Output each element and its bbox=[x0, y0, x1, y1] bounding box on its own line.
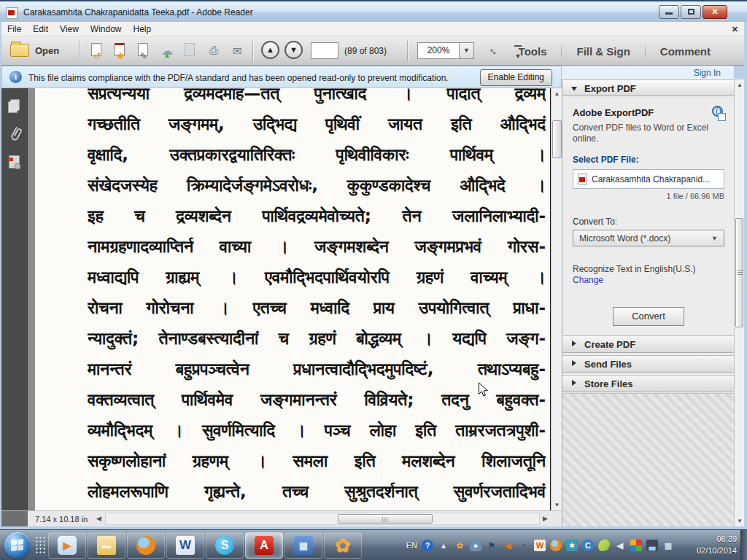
scroll-up-icon[interactable]: ▲ bbox=[551, 88, 562, 99]
export-pdf-header[interactable]: Export PDF bbox=[562, 79, 734, 96]
tray-gauge-icon[interactable]: ◔ bbox=[518, 540, 530, 551]
taskbar-explorer-button[interactable]: ▬ bbox=[88, 532, 125, 559]
start-button[interactable] bbox=[4, 532, 31, 559]
tray-hidden-icons-arrow[interactable]: ▴ bbox=[438, 540, 449, 551]
change-link[interactable]: Change bbox=[573, 275, 724, 285]
print-icon[interactable]: ⎙ bbox=[203, 40, 225, 61]
taskbar-flower-app-button[interactable]: ✿ bbox=[324, 532, 362, 559]
panel-section-header[interactable]: Create PDF bbox=[562, 335, 735, 353]
export-doc-icon[interactable]: ↺ bbox=[86, 40, 108, 61]
page-thumbnails-icon[interactable] bbox=[7, 98, 22, 114]
restore-button[interactable] bbox=[681, 5, 701, 19]
zoom-level-input[interactable]: 200% bbox=[417, 42, 460, 59]
panel-section-header[interactable]: Store Files bbox=[562, 375, 735, 392]
menu-item[interactable]: File bbox=[1, 22, 27, 36]
tray-pinwheel-icon[interactable] bbox=[630, 540, 642, 551]
taskbar-control-app-button[interactable]: ▦ bbox=[285, 532, 322, 559]
zoom-dropdown-caret[interactable]: ▼ bbox=[460, 42, 474, 59]
file-meta: 1 file / 66.96 MB bbox=[573, 192, 724, 201]
taskbar-media-player-button[interactable]: ▶ bbox=[48, 532, 86, 559]
title-bar: Carakasamhita Chakrapanidatta Teeka.pdf … bbox=[0, 0, 747, 22]
taskbar-word-button[interactable]: W bbox=[166, 532, 204, 559]
tray-volume-orange-icon[interactable]: ◀ bbox=[502, 540, 514, 551]
taskbar-adobe-reader-icon: A bbox=[255, 536, 274, 555]
menu-item[interactable]: View bbox=[54, 22, 85, 36]
panel-scroll-thumb[interactable] bbox=[735, 218, 743, 327]
page-number-input[interactable] bbox=[311, 42, 338, 59]
sign-in-link[interactable]: Sign In bbox=[694, 68, 721, 78]
convert-button[interactable]: Convert bbox=[613, 307, 684, 326]
tray-flower-icon[interactable]: ✿ bbox=[454, 540, 465, 551]
taskbar-media-player-icon: ▶ bbox=[58, 536, 77, 555]
selected-file-chip[interactable]: Carakasamhita Chakrapanid... bbox=[573, 169, 724, 189]
show-desktop-button[interactable] bbox=[740, 530, 747, 560]
document-text-line: वृक्षादि, उक्तप्रकारद्वयातिरिक्तः पृथिवी… bbox=[88, 139, 546, 170]
cloud-upload-icon[interactable]: ☁▲ bbox=[156, 40, 178, 61]
select-pdf-file-link[interactable]: Select PDF File: bbox=[573, 155, 724, 165]
page-size-indicator: 7.14 x 10.18 in bbox=[35, 515, 88, 524]
save-icon[interactable] bbox=[179, 40, 201, 61]
previous-page-icon[interactable]: ▲ bbox=[261, 41, 279, 59]
scroll-down-icon[interactable]: ▼ bbox=[551, 499, 562, 510]
tray-speaker-icon[interactable]: ◀ bbox=[614, 540, 626, 551]
language-indicator[interactable]: EN bbox=[406, 541, 417, 550]
minimize-button[interactable] bbox=[659, 5, 679, 19]
taskbar-firefox-button[interactable] bbox=[127, 532, 165, 559]
attachments-paperclip-icon[interactable] bbox=[7, 125, 22, 144]
export-pdf-body: Adobe ExportPDF Convert PDF files to Wor… bbox=[562, 97, 735, 326]
ribbon-tab[interactable]: Fill & Sign bbox=[561, 45, 644, 58]
scroll-right-icon[interactable]: ▶ bbox=[543, 515, 548, 522]
tray-display-icon[interactable]: ▃ bbox=[646, 540, 658, 551]
document-text-line: व्यमौद्भिदम् । सुवर्णमित्यादि । पञ्च लोह… bbox=[88, 415, 546, 446]
menu-close-icon[interactable]: ✕ bbox=[732, 25, 738, 34]
taskbar-clock[interactable]: 06:39 02/10/2014 bbox=[697, 533, 737, 556]
chevron-right-icon bbox=[572, 380, 576, 386]
menu-item[interactable]: Edit bbox=[27, 22, 54, 36]
menu-item[interactable]: Help bbox=[128, 22, 158, 36]
horizontal-scrollbar[interactable]: ||| bbox=[105, 513, 540, 525]
pdfa-notification-bar: i This file claims compliance with the P… bbox=[1, 66, 562, 88]
horizontal-scroll-thumb[interactable]: ||| bbox=[338, 514, 433, 524]
panel-scroll-up-icon[interactable]: ▲ bbox=[735, 79, 745, 90]
tray-word-icon[interactable]: W bbox=[534, 540, 546, 551]
sign-doc-icon[interactable]: ✎ bbox=[133, 40, 155, 61]
tray-help-icon[interactable]: ? bbox=[422, 540, 433, 551]
close-button[interactable]: ✕ bbox=[703, 5, 727, 19]
tray-network-icon[interactable]: ▦ bbox=[662, 540, 674, 551]
tray-firefox-icon[interactable] bbox=[550, 540, 562, 551]
document-viewport[interactable]: सप्रत्यन्यया द्रव्यमदमाह—तत् पुनात्खाद ।… bbox=[28, 88, 551, 510]
pdf-app-icon bbox=[7, 7, 18, 19]
page-text: सप्रत्यन्यया द्रव्यमदमाह—तत् पुनात्खाद ।… bbox=[88, 88, 546, 507]
open-button[interactable]: Open bbox=[9, 39, 74, 61]
panel-scroll-down-icon[interactable]: ▼ bbox=[735, 516, 745, 526]
tray-user-icon[interactable]: ● bbox=[470, 540, 481, 551]
pdf-page: सप्रत्यन्यया द्रव्यमदमाह—तत् पुनात्खाद ।… bbox=[35, 88, 551, 510]
email-icon[interactable]: ✉ bbox=[226, 40, 248, 61]
tray-star-icon[interactable]: ✶ bbox=[566, 540, 578, 551]
document-vertical-scrollbar[interactable]: ▲ ▼ bbox=[551, 88, 562, 510]
windows-flag-icon bbox=[11, 539, 24, 552]
pdf-pack-icon[interactable]: ✱ bbox=[109, 40, 131, 61]
next-page-icon[interactable]: ▼ bbox=[285, 41, 303, 59]
panel-scrollbar[interactable]: ▲ ▼ bbox=[734, 79, 744, 526]
fit-width-icon[interactable]: ↔ bbox=[483, 40, 505, 62]
vertical-scroll-thumb[interactable] bbox=[552, 120, 562, 158]
taskbar-adobe-reader-button[interactable]: A bbox=[245, 532, 283, 559]
document-text-line: रोचना गोरोचना । एतच्च मध्वादि प्राय उपयो… bbox=[88, 292, 546, 323]
ribbon-tab[interactable]: Tools bbox=[504, 45, 562, 58]
ribbon-tab[interactable]: Comment bbox=[645, 45, 725, 58]
panel-section-header[interactable]: Send Files bbox=[562, 355, 735, 373]
format-dropdown[interactable]: Microsoft Word (*.docx) ▼ bbox=[573, 230, 724, 246]
tray-c-app-icon[interactable]: C bbox=[582, 540, 594, 551]
taskbar-apps: ▶▬WSA▦✿ bbox=[48, 532, 362, 559]
enable-editing-button[interactable]: Enable Editing bbox=[480, 69, 552, 86]
page-count-label: (89 of 803) bbox=[344, 46, 387, 56]
tray-action-center-flag-icon[interactable]: ⚑ bbox=[486, 540, 498, 551]
document-text-line: मध्वाद्यपि ग्राह्यम् । एवमौद्भिदपार्थिवय… bbox=[88, 262, 546, 292]
taskbar-skype-button[interactable]: S bbox=[206, 532, 244, 559]
menu-item[interactable]: Window bbox=[85, 22, 128, 36]
open-folder-icon bbox=[10, 44, 29, 57]
signatures-icon[interactable] bbox=[7, 154, 23, 171]
scroll-left-icon[interactable]: ◀ bbox=[96, 515, 101, 522]
tray-leaf-icon[interactable] bbox=[598, 540, 610, 551]
